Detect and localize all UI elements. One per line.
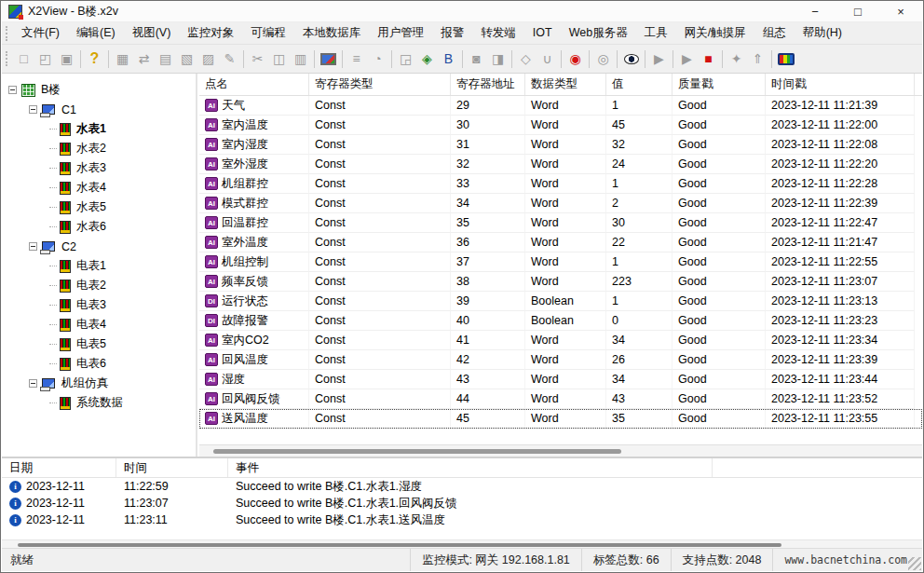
image-icon[interactable]: ◇ [515, 48, 537, 69]
menu-item-6[interactable]: 用户管理 [369, 22, 432, 44]
camera-icon[interactable]: ◙ [466, 48, 487, 69]
paste-icon[interactable]: ▥ [290, 48, 311, 69]
menu-item-5[interactable]: 本地数据库 [294, 22, 370, 44]
alarm-clock-icon[interactable]: ◉ [564, 48, 586, 69]
log-column-header-0[interactable]: 日期 [2, 458, 116, 477]
tree-node-水表1[interactable]: 水表1 [2, 119, 196, 139]
video-icon[interactable]: ▨ [197, 48, 219, 69]
table-row-室外湿度[interactable]: AI室外湿度Const32Word24Good2023-12-11 11:22:… [199, 155, 922, 174]
tree-expander-icon[interactable] [29, 379, 37, 388]
table-row-频率反馈[interactable]: AI频率反馈Const38Word223Good2023-12-11 11:23… [199, 272, 922, 292]
tree-node-C2[interactable]: C2 [2, 237, 196, 256]
tree-node-C1[interactable]: C1 [2, 100, 196, 119]
menu-item-4[interactable]: 可编程 [242, 22, 294, 44]
tree-node-水表2[interactable]: 水表2 [2, 139, 196, 158]
tree-expander-icon[interactable] [29, 242, 37, 251]
log-row-0[interactable]: i2023-12-1111:22:59Succeed to write B楼.C… [2, 478, 922, 495]
gateway-monitor-icon[interactable] [775, 48, 796, 69]
table-row-回温群控[interactable]: AI回温群控Const35Word30Good2023-12-11 11:22:… [199, 213, 922, 233]
table-hscrollbar[interactable] [199, 444, 922, 457]
log-row-1[interactable]: i2023-12-1111:23:07Succeed to write B楼.C… [2, 495, 922, 512]
watch-eye-icon[interactable] [620, 48, 642, 69]
menu-item-11[interactable]: 工具 [636, 22, 676, 44]
log-row-2[interactable]: i2023-12-1111:23:11Succeed to write B楼.C… [2, 512, 922, 528]
column-header-6[interactable]: 时间戳 [766, 74, 915, 95]
menu-item-7[interactable]: 报警 [432, 22, 472, 44]
tools-icon[interactable]: ✦ [726, 48, 747, 69]
table-row-天气[interactable]: AI天气Const29Word1Good2023-12-11 11:21:39 [199, 96, 922, 116]
release-icon[interactable]: ∪ [537, 48, 558, 69]
new-file-icon[interactable]: □ [13, 48, 34, 69]
tag-list-icon[interactable]: ≡ [346, 48, 367, 69]
tree-node-电表3[interactable]: 电表3 [2, 295, 196, 315]
column-header-1[interactable]: 寄存器类型 [309, 74, 451, 95]
menu-item-0[interactable]: 文件(F) [13, 22, 68, 44]
tree-node-电表5[interactable]: 电表5 [2, 334, 196, 354]
tree-node-电表1[interactable]: 电表1 [2, 256, 196, 276]
column-header-0[interactable]: 点名 [199, 74, 309, 95]
help-icon[interactable]: ? [84, 48, 105, 69]
table-row-湿度[interactable]: AI湿度Const43Word34Good2023-12-11 11:23:44 [199, 370, 922, 389]
tree-node-水表3[interactable]: 水表3 [2, 158, 196, 178]
menu-item-8[interactable]: 转发端 [472, 22, 524, 44]
table-grid-icon[interactable]: ▦ [112, 48, 133, 69]
new-screen-icon[interactable]: ▧ [176, 48, 197, 69]
close-button[interactable]: × [879, 1, 922, 21]
menu-item-13[interactable]: 组态 [754, 22, 795, 44]
menu-item-14[interactable]: 帮助(H) [795, 22, 850, 44]
table-row-室内湿度[interactable]: AI室内湿度Const31Word32Good2023-12-11 11:22:… [199, 135, 922, 155]
log-column-header-2[interactable]: 事件 [228, 458, 713, 477]
import-export-icon[interactable]: ⇄ [133, 48, 155, 69]
minimize-button[interactable]: − [794, 1, 836, 21]
table-row-室内温度[interactable]: AI室内温度Const30Word45Good2023-12-11 11:22:… [199, 116, 922, 135]
table-row-机组控制[interactable]: AI机组控制Const37Word1Good2023-12-11 11:22:5… [199, 252, 922, 272]
tree-expander-icon[interactable] [8, 86, 17, 94]
table-row-室外温度[interactable]: AI室外温度Const36Word22Good2023-12-11 11:21:… [199, 233, 922, 252]
properties-icon[interactable]: ✎ [219, 48, 240, 69]
tree-node-水表6[interactable]: 水表6 [2, 217, 196, 237]
run-local-icon[interactable]: ▶ [648, 48, 670, 69]
datasheet-icon[interactable]: ▤ [155, 48, 176, 69]
table-row-机组群控[interactable]: AI机组群控Const33Word1Good2023-12-11 11:22:2… [199, 174, 922, 194]
network-config-icon[interactable]: ◈ [416, 48, 438, 69]
maximize-button[interactable]: □ [836, 1, 879, 21]
column-header-3[interactable]: 数据类型 [525, 74, 606, 95]
table-row-模式群控[interactable]: AI模式群控Const34Word2Good2023-12-11 11:22:3… [199, 194, 922, 213]
column-header-2[interactable]: 寄存器地址 [451, 74, 525, 95]
cut-icon[interactable]: ✂ [247, 48, 268, 69]
menu-item-1[interactable]: 编辑(E) [68, 22, 124, 44]
table-row-室内CO2[interactable]: AI室内CO2Const41Word34Good2023-12-11 11:23… [199, 331, 922, 350]
tree-node-电表6[interactable]: 电表6 [2, 354, 196, 374]
table-hscroll-thumb[interactable] [213, 449, 621, 454]
log-column-header-1[interactable]: 时间 [116, 458, 228, 477]
resize-grip[interactable] [908, 557, 921, 570]
log-hscroll-thumb[interactable] [18, 543, 781, 547]
bacnet-icon[interactable]: B [438, 48, 459, 69]
tree-expander-icon[interactable] [29, 105, 37, 114]
tree-node-电表2[interactable]: 电表2 [2, 276, 196, 295]
column-header-4[interactable]: 值 [606, 74, 673, 95]
monitor-view-icon[interactable] [318, 48, 339, 69]
menu-item-10[interactable]: Web服务器 [561, 22, 636, 44]
tree-node-水表5[interactable]: 水表5 [2, 198, 196, 217]
device-download-icon[interactable]: ◲ [395, 48, 416, 69]
snapshot-icon[interactable]: ◨ [487, 48, 509, 69]
tree-node-电表4[interactable]: 电表4 [2, 315, 196, 334]
stop-icon[interactable]: ■ [698, 48, 719, 69]
menu-item-9[interactable]: IOT [524, 22, 561, 44]
menu-item-12[interactable]: 网关/触摸屏 [676, 22, 754, 44]
tree-node-水表4[interactable]: 水表4 [2, 178, 196, 198]
open-file-icon[interactable]: ◰ [34, 48, 56, 69]
menu-item-3[interactable]: 监控对象 [179, 22, 242, 44]
upload-icon[interactable]: ⇑ [747, 48, 768, 69]
tree-node-系统数据[interactable]: 系统数据 [2, 393, 196, 413]
tree-node-B楼[interactable]: B楼 [2, 80, 196, 100]
run-icon[interactable]: ▶ [676, 48, 698, 69]
scheduler-icon[interactable]: ◔ [367, 48, 388, 69]
column-header-5[interactable]: 质量戳 [673, 74, 766, 95]
table-row-回风阀反馈[interactable]: AI回风阀反馈Const44Word43Good2023-12-11 11:23… [199, 389, 922, 409]
menu-item-2[interactable]: 视图(V) [124, 22, 180, 44]
table-row-故障报警[interactable]: DI故障报警Const40Boolean0Good2023-12-11 11:2… [199, 311, 922, 331]
net-station-icon[interactable]: ◎ [592, 48, 614, 69]
table-row-运行状态[interactable]: DI运行状态Const39Boolean1Good2023-12-11 11:2… [199, 292, 922, 311]
